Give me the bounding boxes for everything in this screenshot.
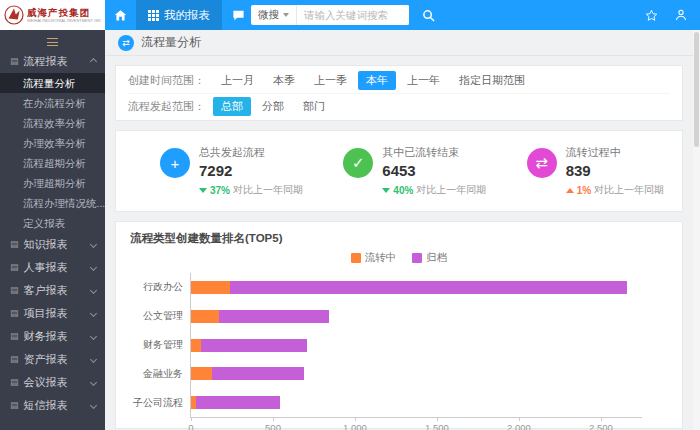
sidebar-collapse-button[interactable] — [0, 34, 105, 50]
bar-金融业务-流转中 — [191, 367, 212, 380]
stat-card-0: +总共发起流程729237%对比上一年同期 — [124, 145, 307, 197]
axis-tick-label: 2,000 — [507, 422, 531, 430]
bar-公文管理-流转中 — [191, 310, 219, 323]
chevron-down-icon — [90, 379, 97, 386]
search-scope-dropdown[interactable]: 微搜 — [251, 5, 297, 25]
bar-财务管理-流转中 — [191, 339, 201, 352]
sidebar-section-5[interactable]: ▤财务报表 — [0, 325, 105, 348]
wesearch-icon — [232, 9, 245, 22]
filter-row-0: 创建时间范围：上一月本季上一季本年上一年指定日期范围 — [128, 68, 670, 93]
chart-legend: 流转中归档 — [130, 251, 668, 265]
category-label: 行政办公 — [143, 273, 183, 302]
sidebar: ▤流程报表流程量分析在办流程分析流程效率分析办理效率分析流程超期分析办理超期分析… — [0, 30, 105, 430]
sidebar-section-label: 短信报表 — [24, 398, 68, 413]
trend-text: 对比上一年同期 — [594, 183, 664, 197]
filter-option[interactable]: 总部 — [213, 97, 251, 116]
sidebar-subitem-1[interactable]: 在办流程分析 — [0, 93, 105, 113]
section-icon: ▤ — [10, 378, 19, 387]
stats-panel: +总共发起流程729237%对比上一年同期✓其中已流转结束645340%对比上一… — [115, 130, 683, 212]
filter-option[interactable]: 本年 — [358, 71, 396, 90]
home-icon — [114, 9, 127, 22]
sidebar-section-label: 客户报表 — [24, 283, 68, 298]
chevron-down-icon — [90, 402, 97, 409]
sidebar-section-7[interactable]: ▤会议报表 — [0, 371, 105, 394]
trend-percent: 37% — [210, 185, 230, 196]
stat-trend: 1%对比上一年同期 — [566, 183, 664, 197]
vertical-scrollbar[interactable] — [693, 30, 700, 430]
section-icon: ▤ — [10, 57, 19, 66]
star-icon[interactable] — [645, 9, 658, 22]
home-button[interactable] — [105, 0, 136, 30]
filter-option[interactable]: 本季 — [265, 71, 303, 90]
trend-text: 对比上一年同期 — [233, 183, 303, 197]
filter-option[interactable]: 上一年 — [399, 71, 448, 90]
stat-label: 总共发起流程 — [199, 145, 303, 160]
user-icon[interactable] — [674, 8, 688, 22]
sidebar-section-label: 会议报表 — [24, 375, 68, 390]
sidebar-section-0[interactable]: ▤流程报表 — [0, 50, 105, 73]
category-label: 公文管理 — [143, 302, 183, 331]
tab-my-reports-label: 我的报表 — [164, 8, 210, 23]
chevron-down-icon — [90, 287, 97, 294]
legend-item-归档[interactable]: 归档 — [412, 251, 447, 265]
sidebar-subitem-0[interactable]: 流程量分析 — [0, 73, 105, 93]
sidebar-section-8[interactable]: ▤短信报表 — [0, 394, 105, 417]
stat-label: 其中已流转结束 — [382, 145, 486, 160]
section-icon: ▤ — [10, 240, 19, 249]
chart-card: 流程类型创建数量排名(TOP5) 流转中归档 行政办公公文管理财务管理金融业务子… — [115, 221, 683, 429]
axis-tick — [519, 417, 520, 421]
sidebar-section-4[interactable]: ▤项目报表 — [0, 302, 105, 325]
sidebar-subitem-6[interactable]: 流程办理情况统... — [0, 193, 105, 213]
sidebar-section-label: 资产报表 — [24, 352, 68, 367]
chevron-down-icon — [90, 241, 97, 248]
bar-子公司流程-归档 — [196, 396, 280, 409]
swap-icon: ⇄ — [527, 148, 557, 178]
sidebar-section-1[interactable]: ▤知识报表 — [0, 233, 105, 256]
sidebar-subitem-4[interactable]: 流程超期分析 — [0, 153, 105, 173]
stat-value: 839 — [566, 162, 664, 179]
axis-tick — [191, 417, 192, 421]
filter-option[interactable]: 分部 — [254, 97, 292, 116]
trend-text: 对比上一年同期 — [416, 183, 486, 197]
search-scope-label: 微搜 — [258, 8, 279, 22]
sidebar-section-3[interactable]: ▤客户报表 — [0, 279, 105, 302]
legend-item-流转中[interactable]: 流转中 — [351, 251, 397, 265]
chevron-down-icon — [90, 264, 97, 271]
filter-option[interactable]: 指定日期范围 — [451, 71, 533, 90]
stat-label: 流转过程中 — [566, 145, 664, 160]
axis-tick-label: 1,000 — [343, 422, 367, 430]
axis-tick-label: 500 — [265, 422, 281, 430]
section-icon: ▤ — [10, 401, 19, 410]
sidebar-section-label: 财务报表 — [24, 329, 68, 344]
scrollbar-thumb[interactable] — [694, 32, 699, 147]
filter-option[interactable]: 上一季 — [306, 71, 355, 90]
section-icon: ▤ — [10, 355, 19, 364]
filter-panel: 创建时间范围：上一月本季上一季本年上一年指定日期范围流程发起范围：总部分部部门 — [115, 65, 683, 121]
stat-trend: 40%对比上一年同期 — [382, 183, 486, 197]
company-logo[interactable]: 威海产投集团 WEIHAI INDUSTRIAL INVESTMENT GROU… — [0, 0, 105, 30]
sidebar-section-2[interactable]: ▤人事报表 — [0, 256, 105, 279]
company-name: 威海产投集团 — [27, 7, 101, 18]
sidebar-subitem-7[interactable]: 定义报表 — [0, 213, 105, 233]
sidebar-section-6[interactable]: ▤资产报表 — [0, 348, 105, 371]
filter-option[interactable]: 上一月 — [213, 71, 262, 90]
sidebar-subitem-2[interactable]: 流程效率分析 — [0, 113, 105, 133]
page-title: 流程量分析 — [141, 34, 201, 51]
plus-icon: + — [160, 148, 190, 178]
search-button[interactable] — [415, 0, 441, 30]
chart-title: 流程类型创建数量排名(TOP5) — [130, 231, 668, 246]
search-input[interactable] — [297, 5, 409, 25]
search-box: 微搜 — [251, 5, 409, 25]
filter-label: 流程发起范围： — [128, 99, 205, 114]
section-icon: ▤ — [10, 309, 19, 318]
grid-icon — [148, 10, 159, 21]
filter-option[interactable]: 部门 — [295, 97, 333, 116]
axis-tick-label: 2,500 — [589, 422, 613, 430]
section-icon: ▤ — [10, 263, 19, 272]
stat-card-2: ⇄流转过程中8391%对比上一年同期 — [491, 145, 674, 197]
company-name-en: WEIHAI INDUSTRIAL INVESTMENT GROUP CO.,L… — [27, 18, 101, 23]
tab-my-reports[interactable]: 我的报表 — [136, 0, 222, 30]
sidebar-subitem-5[interactable]: 办理超期分析 — [0, 173, 105, 193]
bar-财务管理-归档 — [201, 339, 308, 352]
sidebar-subitem-3[interactable]: 办理效率分析 — [0, 133, 105, 153]
